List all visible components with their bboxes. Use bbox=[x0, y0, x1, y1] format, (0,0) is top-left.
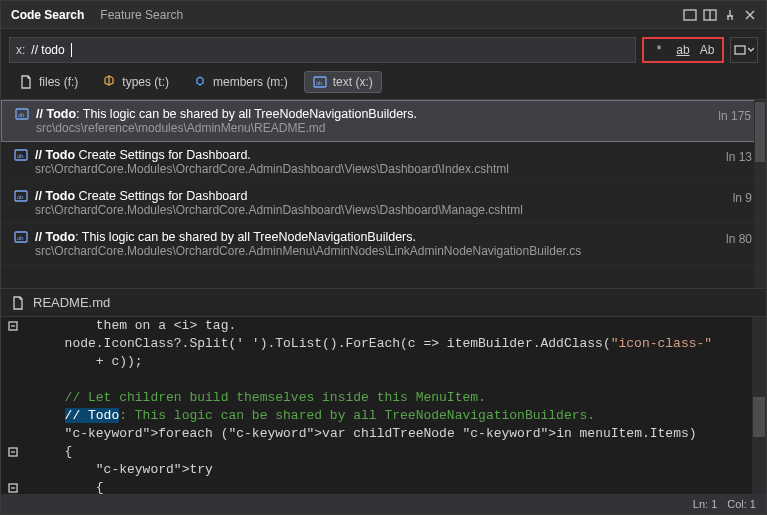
code-line: + c)); bbox=[49, 353, 752, 371]
types-icon bbox=[102, 75, 116, 89]
results-scrollbar[interactable] bbox=[754, 100, 766, 288]
text-icon: ab bbox=[313, 75, 327, 89]
file-icon bbox=[19, 75, 33, 89]
text-icon: ab bbox=[13, 189, 29, 203]
result-title: // Todo: This logic can be shared by all… bbox=[36, 107, 417, 121]
result-path: src\docs\reference\modules\AdminMenu\REA… bbox=[14, 121, 753, 135]
tab-code-search[interactable]: Code Search bbox=[9, 4, 86, 26]
layout-split-icon[interactable] bbox=[702, 8, 718, 22]
svg-text:ab: ab bbox=[316, 79, 323, 87]
filter-label: members (m:) bbox=[213, 75, 288, 89]
text-icon: ab bbox=[13, 230, 29, 244]
status-line: Ln: 1 bbox=[693, 498, 717, 510]
panel-header: Code Search Feature Search bbox=[1, 1, 766, 29]
preview-file-name[interactable]: README.md bbox=[33, 295, 110, 310]
result-title: // Todo Create Settings for Dashboard. bbox=[35, 148, 251, 162]
result-title: // Todo: This logic can be shared by all… bbox=[35, 230, 416, 244]
text-icon: ab bbox=[14, 107, 30, 121]
svg-text:ab: ab bbox=[17, 234, 24, 242]
filter-label: types (t:) bbox=[122, 75, 169, 89]
view-dropdown[interactable] bbox=[730, 37, 758, 63]
result-line: ln 13 bbox=[726, 150, 752, 164]
result-title: // Todo Create Settings for Dashboard bbox=[35, 189, 247, 203]
scroll-thumb[interactable] bbox=[753, 397, 765, 437]
layout-full-icon[interactable] bbox=[682, 8, 698, 22]
gutter bbox=[1, 317, 43, 494]
svg-rect-3 bbox=[735, 46, 745, 54]
pin-icon[interactable] bbox=[722, 8, 738, 22]
code-line: them on a <i> tag. bbox=[49, 317, 752, 335]
tab-feature-search[interactable]: Feature Search bbox=[98, 4, 185, 26]
members-icon bbox=[193, 75, 207, 89]
code-line: { bbox=[49, 479, 752, 494]
code-line: // Todo: This logic can be shared by all… bbox=[49, 407, 752, 425]
scroll-thumb[interactable] bbox=[755, 102, 765, 162]
result-line: ln 80 bbox=[726, 232, 752, 246]
wildcard-button[interactable]: * bbox=[648, 40, 670, 60]
close-icon[interactable] bbox=[742, 8, 758, 22]
code-line: "c-keyword">try bbox=[49, 461, 752, 479]
code-line: "c-keyword">foreach ("c-keyword">var chi… bbox=[49, 425, 752, 443]
collapse-icon[interactable] bbox=[8, 483, 18, 493]
code-line: // Let children build themselves inside … bbox=[49, 389, 752, 407]
filter-row: files (f:) types (t:) members (m:) ab te… bbox=[1, 69, 766, 99]
result-item[interactable]: ab// Todo: This logic can be shared by a… bbox=[1, 224, 766, 265]
filter-chip-text[interactable]: ab text (x:) bbox=[304, 71, 382, 93]
search-row: x: // todo * ab Ab bbox=[1, 29, 766, 69]
text-icon: ab bbox=[13, 148, 29, 162]
collapse-icon[interactable] bbox=[8, 447, 18, 457]
search-options-highlight: * ab Ab bbox=[642, 37, 724, 63]
svg-rect-0 bbox=[684, 10, 696, 20]
filter-chip-types[interactable]: types (t:) bbox=[94, 72, 177, 92]
svg-text:ab: ab bbox=[18, 111, 25, 119]
filter-chip-files[interactable]: files (f:) bbox=[11, 72, 86, 92]
file-icon bbox=[11, 296, 25, 310]
result-path: src\OrchardCore.Modules\OrchardCore.Admi… bbox=[13, 203, 754, 217]
code-preview[interactable]: them on a <i> tag. node.IconClass?.Split… bbox=[1, 317, 766, 494]
code-line bbox=[49, 371, 752, 389]
filter-label: text (x:) bbox=[333, 75, 373, 89]
result-line: ln 9 bbox=[733, 191, 752, 205]
result-path: src\OrchardCore.Modules\OrchardCore.Admi… bbox=[13, 162, 754, 176]
search-input[interactable] bbox=[78, 43, 629, 57]
search-box[interactable]: x: // todo bbox=[9, 37, 636, 63]
result-item[interactable]: ab// Todo: This logic can be shared by a… bbox=[1, 100, 766, 142]
caret-icon bbox=[71, 43, 72, 57]
matchcase-button[interactable]: Ab bbox=[696, 40, 718, 60]
result-item[interactable]: ab// Todo Create Settings for Dashboards… bbox=[1, 183, 766, 224]
svg-text:ab: ab bbox=[17, 193, 24, 201]
status-col: Col: 1 bbox=[727, 498, 756, 510]
status-bar: Ln: 1 Col: 1 bbox=[1, 494, 766, 514]
results-list: ab// Todo: This logic can be shared by a… bbox=[1, 99, 766, 289]
collapse-icon[interactable] bbox=[8, 321, 18, 331]
svg-text:ab: ab bbox=[17, 152, 24, 160]
preview-file-row: README.md bbox=[1, 289, 766, 317]
code-line: { bbox=[49, 443, 752, 461]
result-line: ln 175 bbox=[718, 109, 751, 123]
search-prefix: x: bbox=[16, 43, 25, 57]
result-item[interactable]: ab// Todo Create Settings for Dashboard.… bbox=[1, 142, 766, 183]
wholeword-button[interactable]: ab bbox=[672, 40, 694, 60]
code-line: node.IconClass?.Split(' ').ToList().ForE… bbox=[49, 335, 752, 353]
code-scrollbar[interactable] bbox=[752, 317, 766, 494]
filter-label: files (f:) bbox=[39, 75, 78, 89]
result-path: src\OrchardCore.Modules\OrchardCore.Admi… bbox=[13, 244, 754, 258]
chevron-down-icon bbox=[748, 47, 754, 53]
filter-chip-members[interactable]: members (m:) bbox=[185, 72, 296, 92]
search-query-text: // todo bbox=[31, 43, 64, 57]
